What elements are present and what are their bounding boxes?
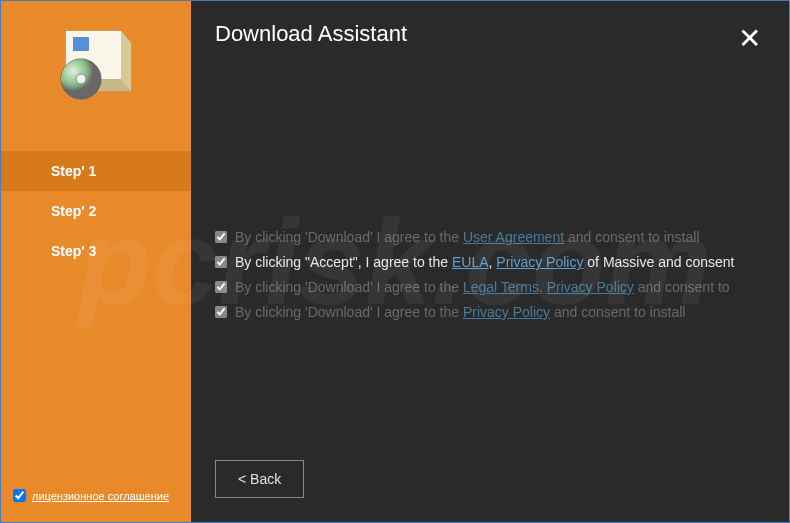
consent-line-2: By clicking "Accept", I agree to the EUL… — [215, 252, 765, 273]
consent-text-3: By clicking 'Download' I agree to the Le… — [235, 277, 730, 298]
installer-icon-box — [1, 1, 191, 151]
consent-line-4: By clicking 'Download' I agree to the Pr… — [215, 302, 765, 323]
consent-text-4: By clicking 'Download' I agree to the Pr… — [235, 302, 685, 323]
consent-1-suffix: and consent to install — [564, 229, 699, 245]
close-icon[interactable]: ✕ — [734, 21, 765, 57]
consent-3-prefix: By clicking 'Download' I agree to the — [235, 279, 463, 295]
step-3[interactable]: Step' 3 — [1, 231, 191, 271]
consent-2-prefix: By clicking "Accept", I agree to the — [235, 254, 452, 270]
license-label[interactable]: лицензионное соглашение — [32, 490, 169, 502]
consent-checkbox-1[interactable] — [215, 231, 227, 243]
consent-checkbox-3[interactable] — [215, 281, 227, 293]
license-checkbox[interactable] — [13, 489, 26, 502]
header: Download Assistant ✕ — [191, 1, 789, 57]
privacy-policy-link-2[interactable]: Privacy Policy — [547, 279, 634, 295]
consent-3-suffix: and consent to — [634, 279, 730, 295]
privacy-policy-link-massive[interactable]: Privacy Policy — [496, 254, 583, 270]
user-agreement-link[interactable]: User Agreement — [463, 229, 564, 245]
consent-4-suffix: and consent to install — [550, 304, 685, 320]
consent-1-prefix: By clicking 'Download' I agree to the — [235, 229, 463, 245]
privacy-policy-link-3[interactable]: Privacy Policy — [463, 304, 550, 320]
sidebar: Step' 1 Step' 2 Step' 3 лицензионное сог… — [1, 1, 191, 522]
eula-link[interactable]: EULA — [452, 254, 489, 270]
svg-marker-4 — [73, 37, 89, 51]
license-row: лицензионное соглашение — [13, 489, 169, 502]
page-title: Download Assistant — [215, 21, 407, 47]
back-button[interactable]: < Back — [215, 460, 304, 498]
main-panel: Download Assistant ✕ By clicking 'Downlo… — [191, 1, 789, 522]
consent-checkbox-4[interactable] — [215, 306, 227, 318]
consent-3-sep: , — [539, 279, 547, 295]
installer-window: pcrisk.com — [0, 0, 790, 523]
step-2[interactable]: Step' 2 — [1, 191, 191, 231]
consent-area: By clicking 'Download' I agree to the Us… — [191, 227, 789, 327]
step-1[interactable]: Step' 1 — [1, 151, 191, 191]
footer: < Back — [215, 460, 304, 498]
consent-2-suffix: of Massive and consent — [583, 254, 734, 270]
svg-point-7 — [76, 74, 86, 84]
consent-checkbox-2[interactable] — [215, 256, 227, 268]
consent-text-2: By clicking "Accept", I agree to the EUL… — [235, 252, 734, 273]
consent-4-prefix: By clicking 'Download' I agree to the — [235, 304, 463, 320]
consent-line-1: By clicking 'Download' I agree to the Us… — [215, 227, 765, 248]
legal-terms-link[interactable]: Legal Terms — [463, 279, 539, 295]
consent-text-1: By clicking 'Download' I agree to the Us… — [235, 227, 700, 248]
consent-line-3: By clicking 'Download' I agree to the Le… — [215, 277, 765, 298]
installer-box-icon — [51, 21, 141, 111]
